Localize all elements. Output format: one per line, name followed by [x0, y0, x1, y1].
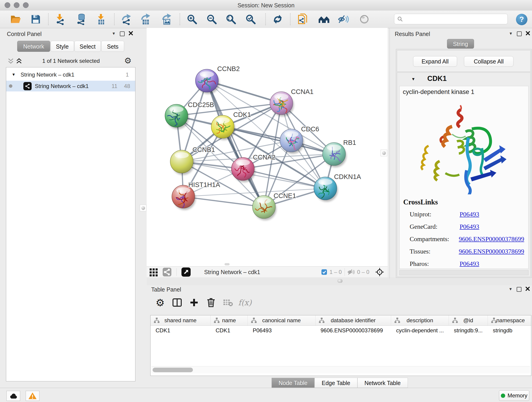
cloud-status-button[interactable] — [6, 391, 20, 401]
open-session-button[interactable] — [9, 13, 22, 26]
warning-status-button[interactable] — [26, 391, 39, 401]
hidden-eye-icon[interactable] — [348, 269, 355, 275]
crosslinks-list: Uniprot:P06493GeneCard:P06493Compartment… — [410, 208, 524, 270]
import-table-button[interactable] — [94, 13, 107, 26]
control-panel-menu-caret-icon[interactable]: ▼ — [112, 32, 116, 36]
node-CDKN1A[interactable] — [314, 177, 337, 200]
left-splitter-handle[interactable] — [140, 205, 146, 211]
export-network-button[interactable] — [120, 13, 133, 26]
crosslink-tissues--link[interactable]: 9606.ENSP00000378699 — [459, 248, 524, 255]
tab-network[interactable]: Network — [17, 41, 50, 52]
node-RB1[interactable] — [323, 143, 346, 166]
network-options-gear-icon[interactable]: ⚙ — [124, 56, 132, 65]
column-header-label: database identifier — [331, 317, 375, 324]
zoom-out-button[interactable] — [205, 13, 218, 26]
crosslink-uniprot--link[interactable]: P06493 — [460, 211, 479, 218]
selected-checkbox-icon[interactable] — [321, 269, 327, 275]
accordion-caret-icon[interactable]: ▼ — [411, 77, 415, 82]
export-image-button[interactable] — [160, 13, 173, 26]
table-cell: stringdb — [488, 327, 531, 334]
node-CCNE1[interactable] — [253, 196, 275, 218]
toolbar-search-field[interactable] — [394, 14, 508, 24]
node-CCNB1[interactable] — [170, 150, 193, 173]
tab-edge-table[interactable]: Edge Table — [315, 378, 357, 388]
results-panel: Results Panel ▼ String Expand All Collap… — [389, 28, 532, 279]
results-panel-close-icon[interactable] — [526, 31, 530, 36]
horizontal-splitter-handle[interactable] — [337, 279, 342, 283]
detach-view-button[interactable] — [179, 265, 193, 279]
create-column-plus-button[interactable] — [187, 296, 201, 309]
zoom-selected-button[interactable] — [244, 13, 257, 26]
search-input[interactable] — [403, 16, 507, 22]
table-row[interactable]: CDK1CDK1P064939606.ENSP00000378699cyclin… — [151, 326, 531, 335]
memory-button[interactable]: Memory — [499, 390, 529, 401]
crosslink-pharos--link[interactable]: P06493 — [460, 260, 479, 268]
collapse-all-button[interactable]: Collapse All — [464, 56, 513, 67]
table-panel-close-icon[interactable] — [526, 287, 530, 292]
help-button[interactable]: ? — [516, 14, 527, 25]
node-label-RB1: RB1 — [343, 139, 356, 146]
node-CCNA1[interactable] — [270, 92, 293, 115]
zoom-in-button[interactable] — [186, 13, 198, 26]
network-row-selected[interactable]: String Network – cdk1 11 48 — [6, 81, 135, 91]
right-splitter-handle[interactable] — [380, 150, 387, 156]
results-panel-float-icon[interactable] — [517, 32, 522, 36]
control-panel-close-icon[interactable] — [129, 31, 133, 36]
tab-node-table[interactable]: Node Table — [272, 378, 315, 388]
protein-accordion: ▼ CDK1 cyclin-dependent kinase 1 — [397, 72, 531, 277]
delete-column-trash-button[interactable] — [204, 296, 218, 309]
network-canvas[interactable]: CCNB2CCNA1CDC25BCDK1CDC6RB1CCNB1CCNA2CDK… — [147, 28, 388, 266]
share-document-button[interactable] — [297, 13, 310, 26]
tab-string[interactable]: String — [447, 39, 474, 49]
column-header-description[interactable]: description — [391, 315, 449, 325]
control-panel-float-icon[interactable] — [120, 32, 125, 36]
show-columns-button[interactable] — [171, 296, 184, 309]
tab-style[interactable]: Style — [51, 41, 74, 52]
column-header-database-identifier[interactable]: database identifier — [316, 315, 391, 325]
table-horizontal-scrollbar[interactable] — [151, 366, 530, 373]
tab-sets[interactable]: Sets — [101, 41, 124, 52]
network-collection-row[interactable]: ▼ String Network – cdk1 1 — [6, 69, 135, 80]
string-home-button[interactable] — [317, 13, 330, 26]
table-panel-float-icon[interactable] — [517, 287, 521, 292]
import-network-database-button[interactable] — [75, 13, 88, 26]
scrollbar-thumb[interactable] — [152, 368, 193, 372]
crosslink-label: Pharos: — [410, 260, 460, 268]
column-header--id[interactable]: @id — [449, 315, 488, 325]
crosslink-compartments--link[interactable]: 9606.ENSP00000378699 — [459, 235, 524, 243]
node-CDK1[interactable] — [211, 115, 234, 138]
string-eye-toggle-button[interactable] — [337, 13, 350, 26]
birdseye-grid-button[interactable] — [147, 265, 160, 279]
crosslinks-title: CrossLinks — [403, 198, 438, 206]
glass-ball-toggle-button[interactable] — [358, 13, 371, 26]
tab-select[interactable]: Select — [75, 41, 101, 52]
fit-selected-crosshair-button[interactable] — [373, 265, 386, 279]
table-panel-menu-caret-icon[interactable]: ▼ — [509, 287, 513, 292]
import-network-file-button[interactable] — [53, 13, 66, 26]
apply-layout-button[interactable] — [271, 13, 284, 26]
tab-network-table[interactable]: Network Table — [357, 378, 408, 388]
collapse-all-tree-icon-button[interactable] — [8, 58, 14, 65]
column-header-namespace[interactable]: namespace — [488, 315, 531, 325]
node-CDC6[interactable] — [280, 129, 303, 152]
crosslink-genecard--link[interactable]: P06493 — [460, 223, 479, 230]
canvas-scroll-pill[interactable] — [225, 263, 230, 265]
zoom-fit-button[interactable] — [225, 13, 237, 26]
results-panel-menu-caret-icon[interactable]: ▼ — [509, 32, 513, 36]
results-buttons-box: Expand All Collapse All — [397, 50, 531, 72]
column-header-shared-name[interactable]: shared name — [151, 315, 210, 325]
column-header-label: canonical name — [262, 317, 301, 324]
crosslink-label: Uniprot: — [410, 211, 460, 218]
table-settings-gear-button[interactable]: ⚙ — [153, 296, 167, 309]
expand-all-button[interactable]: Expand All — [413, 56, 457, 67]
column-header-canonical-name[interactable]: canonical name — [248, 315, 316, 325]
expand-all-tree-icon-button[interactable] — [16, 58, 22, 65]
export-table-button[interactable] — [139, 13, 152, 26]
save-session-button[interactable] — [29, 13, 42, 26]
column-header-name[interactable]: name — [210, 315, 248, 325]
edge-CCNA2-CDKN1A[interactable] — [243, 169, 325, 188]
node-CDC25B[interactable] — [165, 104, 188, 127]
node-CCNA2[interactable] — [231, 157, 254, 180]
network-share-button[interactable] — [160, 265, 174, 279]
tree-expand-caret-icon[interactable]: ▼ — [12, 72, 16, 77]
